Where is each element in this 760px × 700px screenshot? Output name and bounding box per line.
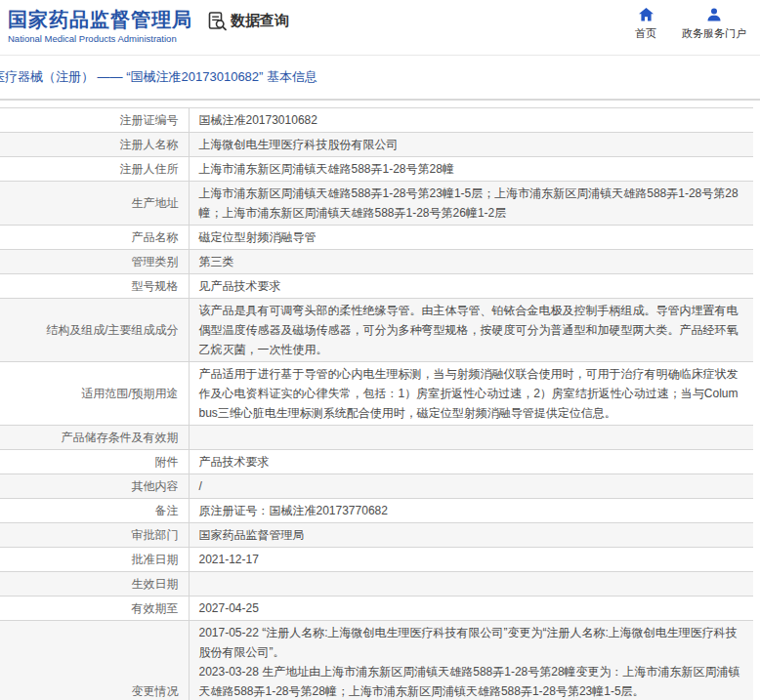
field-label-cell: 注册证编号 bbox=[0, 108, 189, 133]
table-row: 注册人名称 上海微创电生理医疗科技股份有限公司 bbox=[0, 133, 753, 157]
field-label: 变更情况 bbox=[132, 684, 179, 698]
field-label: 产品名称 bbox=[132, 230, 179, 244]
field-value-cell bbox=[189, 572, 753, 597]
home-link[interactable]: 首页 bbox=[635, 7, 656, 41]
field-label: 注册证编号 bbox=[120, 113, 179, 127]
field-value-cell: 上海市浦东新区周浦镇天雄路588弄1-28号第28幢 bbox=[189, 157, 753, 182]
breadcrumb-bar: 医疗器械（注册） —— “国械注准20173010682” 基本信息 bbox=[0, 56, 760, 101]
field-label: 注册人名称 bbox=[120, 138, 179, 151]
field-label-cell: 备注 bbox=[0, 499, 189, 523]
field-value-cell: 上海市浦东新区周浦镇天雄路588弄1-28号第23幢1-5层；上海市浦东新区周浦… bbox=[189, 182, 753, 226]
table-row: 管理类别 第三类 bbox=[0, 250, 753, 274]
field-value-cell: 见产品技术要求 bbox=[189, 274, 753, 299]
field-value-cell: 国械注准20173010682 bbox=[189, 108, 753, 133]
field-value-cell: 原注册证号：国械注准20173770682 bbox=[189, 499, 753, 523]
field-label-cell: 其他内容 bbox=[0, 474, 189, 499]
field-value: 上海市浦东新区周浦镇天雄路588弄1-28号第28幢 bbox=[199, 159, 744, 179]
field-value-cell: 磁定位型射频消融导管 bbox=[189, 226, 753, 250]
field-label-cell: 产品名称 bbox=[0, 226, 189, 250]
table-row: 注册人住所 上海市浦东新区周浦镇天雄路588弄1-28号第28幢 bbox=[0, 157, 753, 182]
org-logo: 国家药品监督管理局 National Medical Products Admi… bbox=[8, 7, 192, 44]
field-value: 2021-12-17 bbox=[199, 550, 744, 569]
field-value-cell: 第三类 bbox=[189, 250, 753, 274]
field-label-cell: 注册人名称 bbox=[0, 133, 189, 157]
field-label: 备注 bbox=[155, 504, 179, 517]
field-label: 批准日期 bbox=[132, 553, 179, 566]
field-label-cell: 批准日期 bbox=[0, 548, 189, 572]
field-value: 见产品技术要求 bbox=[199, 276, 744, 296]
field-label: 结构及组成/主要组成成分 bbox=[46, 323, 178, 337]
field-value: 磁定位型射频消融导管 bbox=[199, 227, 744, 247]
field-value: 2027-04-25 bbox=[199, 598, 744, 618]
field-label-cell: 结构及组成/主要组成成分 bbox=[0, 299, 189, 362]
table-row: 结构及组成/主要组成成分 该产品是具有可调弯头部的柔性绝缘导管。由主体导管、铂铱… bbox=[0, 299, 753, 362]
table-row: 审批部门 国家药品监督管理局 bbox=[0, 523, 753, 548]
field-label-cell: 变更情况 bbox=[0, 621, 189, 700]
field-value-cell: 产品适用于进行基于导管的心内电生理标测，当与射频消融仪联合使用时，可用于治疗有明… bbox=[189, 362, 753, 426]
field-value-cell: 上海微创电生理医疗科技股份有限公司 bbox=[189, 133, 753, 157]
field-label: 注册人住所 bbox=[120, 162, 179, 176]
header: 国家药品监督管理局 National Medical Products Admi… bbox=[0, 0, 760, 56]
field-value-cell: 产品技术要求 bbox=[189, 450, 753, 474]
field-value bbox=[199, 575, 744, 594]
table-row: 批准日期 2021-12-17 bbox=[0, 548, 753, 572]
field-label-cell: 管理类别 bbox=[0, 250, 189, 274]
field-label-cell: 生效日期 bbox=[0, 572, 189, 597]
field-value: / bbox=[199, 476, 744, 496]
nav-data-query[interactable]: 数据查询 bbox=[207, 11, 289, 31]
table-row: 附件 产品技术要求 bbox=[0, 450, 753, 474]
field-value-cell: 国家药品监督管理局 bbox=[189, 523, 753, 548]
table-row: 产品储存条件及有效期 bbox=[0, 426, 753, 450]
table-row: 型号规格 见产品技术要求 bbox=[0, 274, 753, 299]
field-label: 有效期至 bbox=[132, 601, 179, 615]
field-label: 附件 bbox=[155, 455, 179, 469]
table-row: 有效期至 2027-04-25 bbox=[0, 597, 753, 621]
field-label-cell: 有效期至 bbox=[0, 597, 189, 621]
field-value: 国械注准20173010682 bbox=[199, 110, 744, 130]
field-value-cell: 2027-04-25 bbox=[189, 597, 753, 621]
top-links: 首页 政务服务门户 bbox=[635, 7, 746, 41]
field-label-cell: 附件 bbox=[0, 450, 189, 474]
data-query-label: 数据查询 bbox=[231, 12, 289, 30]
table-row: 其他内容 / bbox=[0, 474, 753, 499]
table-row: 适用范围/预期用途 产品适用于进行基于导管的心内电生理标测，当与射频消融仪联合使… bbox=[0, 362, 753, 426]
field-label-cell: 适用范围/预期用途 bbox=[0, 362, 189, 426]
field-label-cell: 型号规格 bbox=[0, 274, 189, 299]
field-value-cell: 2021-12-17 bbox=[189, 548, 753, 572]
org-title: 国家药品监督管理局 bbox=[8, 7, 192, 32]
table-row: 备注 原注册证号：国械注准20173770682 bbox=[0, 499, 753, 523]
field-label: 生产地址 bbox=[132, 196, 179, 210]
table-row: 注册证编号 国械注准20173010682 bbox=[0, 108, 753, 133]
home-label: 首页 bbox=[635, 26, 656, 41]
field-value-cell bbox=[189, 426, 753, 450]
home-icon bbox=[638, 7, 654, 22]
field-label: 适用范围/预期用途 bbox=[81, 387, 178, 400]
person-icon bbox=[706, 7, 722, 22]
field-value: 该产品是具有可调弯头部的柔性绝缘导管。由主体导管、铂铱合金电极及控制手柄组成。导… bbox=[199, 301, 744, 359]
field-label-cell: 产品储存条件及有效期 bbox=[0, 426, 189, 450]
field-label-cell: 注册人住所 bbox=[0, 157, 189, 182]
table-row: 产品名称 磁定位型射频消融导管 bbox=[0, 226, 753, 250]
table-row: 生产地址 上海市浦东新区周浦镇天雄路588弄1-28号第23幢1-5层；上海市浦… bbox=[0, 182, 753, 226]
portal-link[interactable]: 政务服务门户 bbox=[682, 7, 746, 41]
field-label: 审批部门 bbox=[132, 528, 179, 542]
breadcrumb: 医疗器械（注册） —— “国械注准20173010682” 基本信息 bbox=[0, 68, 317, 86]
field-value: 上海市浦东新区周浦镇天雄路588弄1-28号第23幢1-5层；上海市浦东新区周浦… bbox=[199, 184, 744, 223]
field-label: 生效日期 bbox=[132, 577, 179, 591]
field-value: 原注册证号：国械注准20173770682 bbox=[199, 501, 744, 520]
field-value-cell: 2017-05-22 “注册人名称:上海微创电生理医疗科技有限公司”变更为“注册… bbox=[189, 621, 753, 700]
table-row: 变更情况 2017-05-22 “注册人名称:上海微创电生理医疗科技有限公司”变… bbox=[0, 621, 753, 700]
field-value: 上海微创电生理医疗科技股份有限公司 bbox=[199, 135, 744, 154]
field-value: 产品技术要求 bbox=[199, 452, 744, 472]
field-label: 型号规格 bbox=[132, 279, 179, 293]
field-value: 2017-05-22 “注册人名称:上海微创电生理医疗科技有限公司”变更为“注册… bbox=[199, 623, 744, 700]
field-label: 产品储存条件及有效期 bbox=[62, 431, 179, 444]
field-value: 第三类 bbox=[199, 252, 744, 271]
field-label-cell: 审批部门 bbox=[0, 523, 189, 548]
table-row: 生效日期 bbox=[0, 572, 753, 597]
portal-label: 政务服务门户 bbox=[682, 26, 746, 41]
info-table-body: 注册证编号 国械注准20173010682 注册人名称 上海微创电生理医疗科技股… bbox=[0, 108, 753, 700]
field-value-cell: / bbox=[189, 474, 753, 499]
org-subtitle: National Medical Products Administration bbox=[8, 33, 192, 44]
field-value: 产品适用于进行基于导管的心内电生理标测，当与射频消融仪联合使用时，可用于治疗有明… bbox=[199, 364, 744, 423]
